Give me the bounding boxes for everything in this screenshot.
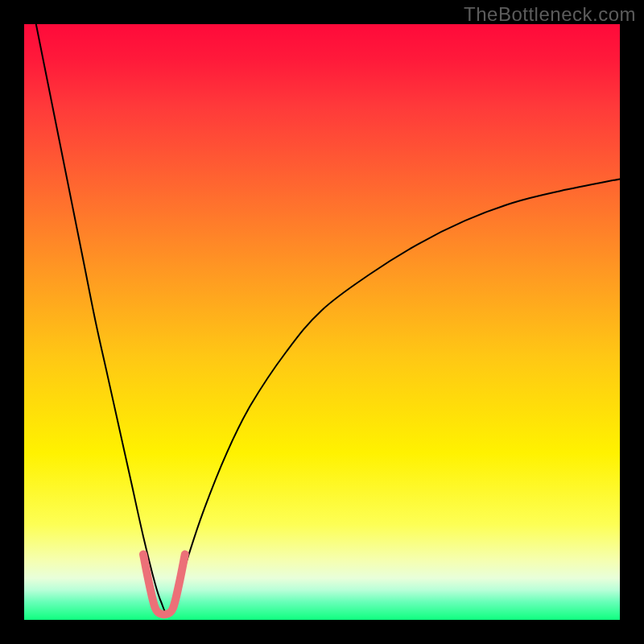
chart-container: TheBottleneck.com bbox=[0, 0, 644, 644]
plot-area bbox=[24, 24, 620, 620]
black-curve bbox=[36, 24, 620, 614]
curve-layer bbox=[24, 24, 620, 620]
watermark-text: TheBottleneck.com bbox=[464, 3, 636, 26]
